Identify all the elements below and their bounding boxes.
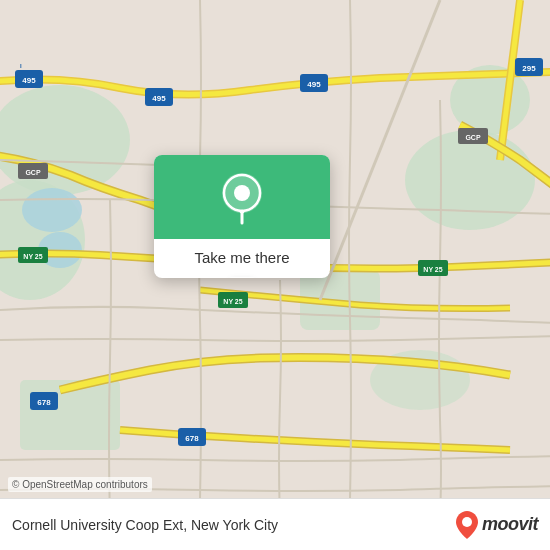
location-label: Cornell University Coop Ext, New York Ci…	[12, 517, 456, 533]
svg-text:GCP: GCP	[25, 169, 41, 176]
svg-point-35	[234, 185, 250, 201]
svg-text:495: 495	[307, 80, 321, 89]
map-attribution: © OpenStreetMap contributors	[8, 477, 152, 492]
svg-point-3	[405, 130, 535, 230]
svg-text:295: 295	[522, 64, 536, 73]
svg-text:495: 495	[22, 76, 36, 85]
svg-text:NY 25: NY 25	[223, 298, 242, 305]
svg-text:495: 495	[152, 94, 166, 103]
map-container: 495 I 495 495 295 GCP GCP NY 25 NY 25 NY…	[0, 0, 550, 550]
moovit-pin-icon	[456, 511, 478, 539]
moovit-wordmark: moovit	[482, 514, 538, 535]
popup-header	[154, 155, 330, 239]
svg-point-36	[462, 517, 472, 527]
svg-text:NY 25: NY 25	[423, 266, 442, 273]
location-pin-icon	[220, 173, 264, 225]
take-me-there-button[interactable]: Take me there	[154, 239, 330, 278]
svg-text:NY 25: NY 25	[23, 253, 42, 260]
svg-point-8	[22, 188, 82, 232]
moovit-logo: moovit	[456, 511, 538, 539]
navigation-popup[interactable]: Take me there	[154, 155, 330, 278]
svg-text:678: 678	[185, 434, 199, 443]
svg-text:GCP: GCP	[465, 134, 481, 141]
bottom-info-bar: Cornell University Coop Ext, New York Ci…	[0, 498, 550, 550]
svg-text:678: 678	[37, 398, 51, 407]
